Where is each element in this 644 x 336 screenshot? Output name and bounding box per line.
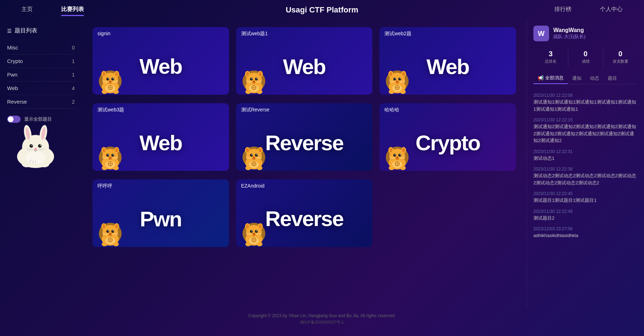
svg-point-162 — [108, 230, 108, 231]
svg-point-75 — [400, 78, 401, 79]
right-panel: W WangWang 战队:大汪(队长) 3总排名0成绩0攻克数量 📢全部消息通… — [527, 20, 644, 308]
challenge-mascot — [240, 66, 268, 95]
svg-point-159 — [115, 224, 118, 229]
challenge-type: Reverse — [265, 206, 344, 231]
challenge-inner: Reverse — [236, 115, 373, 171]
msg-tab-题目[interactable]: 题目 — [603, 73, 621, 84]
msg-content: 测试题目1测试题目1测试题目1 — [533, 197, 638, 204]
msg-tab-通知[interactable]: 通知 — [568, 73, 586, 84]
sidebar-item-pwn[interactable]: Pwn1 — [7, 68, 75, 82]
svg-point-149 — [400, 166, 406, 170]
svg-point-61 — [257, 90, 262, 94]
svg-point-60 — [245, 90, 251, 94]
nav-title: Usagi CTF Platform — [286, 5, 358, 15]
svg-point-193 — [257, 242, 262, 246]
svg-point-38 — [102, 90, 107, 94]
show-all-toggle[interactable] — [7, 116, 21, 123]
svg-point-96 — [108, 154, 108, 155]
challenge-card[interactable]: signin — [92, 27, 229, 95]
user-stats: 3总排名0成绩0攻克数量 — [533, 47, 638, 67]
svg-point-183 — [255, 230, 258, 233]
svg-point-163 — [113, 230, 113, 231]
challenge-card[interactable]: 呼呼呼 — [92, 179, 229, 247]
main-layout: ☰ 题目列表 Misc0Crypto1Pwn1Web4Reverse2 显示全部… — [0, 20, 644, 308]
msg-tab-动态[interactable]: 动态 — [586, 73, 603, 84]
svg-point-27 — [115, 72, 118, 76]
svg-point-94 — [106, 154, 109, 157]
challenge-title: signin — [92, 27, 116, 38]
nav-rank[interactable]: 排行榜 — [554, 6, 571, 15]
nav-contest[interactable]: 比赛列表 — [61, 6, 84, 15]
msg-timestamp: 2023/11/30 12:22:08 — [533, 93, 638, 98]
challenge-inner: Pwn — [92, 191, 229, 247]
svg-point-186 — [252, 233, 255, 235]
svg-point-7 — [38, 144, 42, 148]
svg-point-164 — [109, 233, 112, 235]
challenge-type: Reverse — [265, 131, 344, 155]
user-team: 战队:大汪(队长) — [553, 33, 585, 40]
sidebar-categories: Misc0Crypto1Pwn1Web4Reverse2 — [7, 41, 75, 109]
sidebar-item-misc[interactable]: Misc0 — [7, 41, 75, 54]
challenge-mascot — [383, 142, 411, 171]
svg-point-72 — [393, 78, 396, 80]
msg-list: 2023/11/30 12:22:08测试通知1测试通知1测试通知1测试通知1测… — [533, 89, 638, 241]
msg-timestamp: 2023/11/30 12:22:38 — [533, 167, 638, 172]
svg-point-83 — [400, 90, 406, 94]
svg-point-170 — [102, 242, 107, 246]
challenge-type: Web — [426, 54, 469, 79]
svg-point-95 — [111, 154, 114, 157]
user-name-team: WangWang 战队:大汪(队长) — [553, 27, 585, 40]
svg-point-92 — [102, 148, 105, 152]
svg-point-53 — [256, 78, 257, 79]
svg-point-192 — [245, 242, 251, 246]
svg-point-10 — [34, 148, 37, 150]
sidebar-item-crypto[interactable]: Crypto1 — [7, 54, 75, 68]
svg-point-185 — [256, 230, 257, 231]
svg-point-74 — [395, 78, 396, 79]
challenge-card[interactable]: 测试Reverse — [236, 103, 373, 171]
user-stat: 0成绩 — [568, 47, 603, 67]
svg-point-127 — [257, 166, 262, 170]
svg-point-32 — [109, 81, 112, 83]
svg-point-184 — [251, 230, 252, 231]
svg-point-138 — [393, 154, 396, 157]
challenge-card[interactable]: EZAndroid — [236, 179, 373, 247]
msg-content: 测试题目2 — [533, 215, 638, 222]
svg-point-118 — [251, 154, 252, 155]
nav-home[interactable]: 主页 — [21, 6, 33, 15]
svg-point-137 — [402, 148, 405, 152]
challenge-title: 测试web题1 — [236, 27, 273, 38]
footer-icp: 闽ICP备2023005537号-1 — [0, 320, 644, 325]
svg-point-70 — [389, 72, 392, 76]
sidebar-item-reverse[interactable]: Reverse2 — [7, 95, 75, 109]
challenge-card[interactable]: 测试web题1 — [236, 27, 373, 95]
challenge-inner: Web — [92, 115, 229, 171]
user-stat: 0攻克数量 — [603, 47, 638, 67]
challenge-inner: Web — [236, 38, 373, 95]
msg-tab-全部消息[interactable]: 📢全部消息 — [533, 73, 568, 84]
svg-point-93 — [115, 148, 118, 152]
svg-point-8 — [32, 145, 33, 146]
user-avatar: W — [533, 26, 549, 41]
svg-point-48 — [246, 72, 249, 76]
challenge-card[interactable]: 测试web2题 — [379, 27, 516, 95]
sidebar-item-web[interactable]: Web4 — [7, 82, 75, 95]
challenge-inner: Crypto — [379, 115, 516, 171]
svg-point-141 — [400, 154, 401, 155]
challenge-card[interactable]: 测试web3题 — [92, 103, 229, 171]
challenge-type: Crypto — [415, 131, 480, 155]
challenge-inner: Web — [379, 38, 516, 95]
list-icon: ☰ — [7, 28, 12, 34]
msg-content: 测试动态2测试动态2测试动态2测试动态2测试动态2测试动态2测试动态2测试动态2 — [533, 172, 638, 186]
nav-profile[interactable]: 个人中心 — [600, 6, 623, 15]
svg-point-142 — [396, 157, 399, 159]
msg-content: 测试通知2测试通知2测试通知2测试通知2测试通知2测试通知2测试通知2测试通知2… — [533, 123, 638, 144]
svg-point-9 — [40, 145, 41, 146]
challenge-inner: Reverse — [236, 190, 373, 247]
toggle-row: 显示全部题目 — [7, 116, 75, 123]
challenge-type: Web — [139, 54, 182, 79]
user-stat: 3总排名 — [533, 47, 568, 67]
challenge-card[interactable]: 哈哈哈 — [379, 103, 516, 171]
user-name: WangWang — [553, 27, 585, 33]
msg-tabs: 📢全部消息通知动态题目 — [533, 73, 638, 84]
